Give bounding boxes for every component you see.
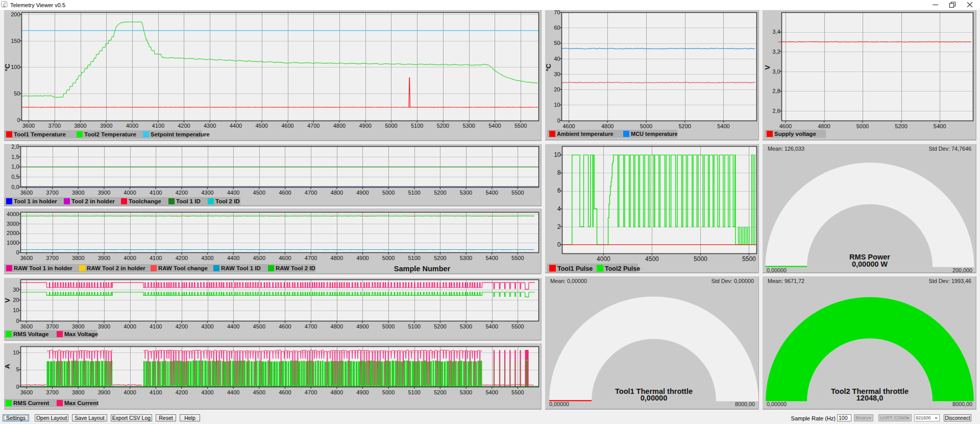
svg-text:4600: 4600 <box>279 389 291 395</box>
svg-text:5300: 5300 <box>460 323 472 329</box>
svg-text:5100: 5100 <box>408 389 420 395</box>
svg-text:4600: 4600 <box>281 123 293 129</box>
svg-text:4400: 4400 <box>227 323 239 329</box>
svg-text:4000: 4000 <box>124 190 136 196</box>
svg-text:4000: 4000 <box>124 255 136 261</box>
svg-text:5500: 5500 <box>514 123 527 129</box>
svg-text:Tool1 Temperature: Tool1 Temperature <box>14 131 66 137</box>
svg-text:60: 60 <box>554 25 560 31</box>
svg-text:RAW Tool 2 ID: RAW Tool 2 ID <box>276 265 315 271</box>
svg-text:Std Dev: 1993,46: Std Dev: 1993,46 <box>929 278 971 284</box>
svg-text:3,4: 3,4 <box>772 29 780 35</box>
svg-text:2000: 2000 <box>7 230 19 236</box>
svg-text:RAW Tool 2 in holder: RAW Tool 2 in holder <box>87 265 145 271</box>
svg-text:4600: 4600 <box>279 255 291 261</box>
svg-text:3600: 3600 <box>22 123 35 129</box>
svg-text:5000: 5000 <box>382 255 395 261</box>
svg-text:5200: 5200 <box>434 255 446 261</box>
svg-text:4700: 4700 <box>305 255 317 261</box>
svg-text:5400: 5400 <box>485 190 498 196</box>
svg-text:4200: 4200 <box>176 323 188 329</box>
svg-text:3700: 3700 <box>46 255 58 261</box>
svg-text:4800: 4800 <box>333 123 346 129</box>
svg-text:3800: 3800 <box>74 123 86 129</box>
svg-text:4100: 4100 <box>150 190 162 196</box>
svg-text:Std Dev: 74,7646: Std Dev: 74,7646 <box>929 146 971 152</box>
svg-text:6: 6 <box>557 187 561 194</box>
svg-text:4600: 4600 <box>562 123 575 129</box>
svg-text:4100: 4100 <box>152 123 164 129</box>
svg-text:3900: 3900 <box>98 323 110 329</box>
svg-text:Tool2 Temperature: Tool2 Temperature <box>84 131 136 137</box>
svg-text:200,000: 200,000 <box>952 267 972 273</box>
svg-text:4000: 4000 <box>597 255 610 263</box>
svg-text:4500: 4500 <box>253 190 265 196</box>
svg-text:4300: 4300 <box>204 123 216 129</box>
svg-text:2,0: 2,0 <box>11 144 19 150</box>
svg-text:5300: 5300 <box>460 389 472 395</box>
svg-text:50: 50 <box>554 40 560 46</box>
svg-text:50: 50 <box>14 90 20 97</box>
svg-text:4900: 4900 <box>356 323 369 329</box>
svg-text:4000: 4000 <box>7 211 19 217</box>
svg-text:°C: °C <box>4 63 11 71</box>
svg-text:0,00000 W: 0,00000 W <box>852 260 888 268</box>
svg-text:4800: 4800 <box>818 123 830 129</box>
svg-text:1,5: 1,5 <box>11 154 19 160</box>
svg-text:0,00000: 0,00000 <box>767 401 787 407</box>
svg-text:5400: 5400 <box>717 123 729 129</box>
svg-text:4500: 4500 <box>253 323 265 329</box>
svg-text:5000: 5000 <box>694 255 707 263</box>
svg-text:4200: 4200 <box>176 255 188 261</box>
svg-text:0,0: 0,0 <box>11 184 19 190</box>
svg-text:5400: 5400 <box>485 323 498 329</box>
svg-text:4800: 4800 <box>331 190 343 196</box>
svg-text:Max Current: Max Current <box>64 400 99 406</box>
svg-text:MCU temperature: MCU temperature <box>631 131 678 137</box>
svg-text:V: V <box>764 65 771 69</box>
svg-text:0,5: 0,5 <box>11 174 19 180</box>
svg-text:Mean: 126,033: Mean: 126,033 <box>768 146 804 152</box>
svg-text:4300: 4300 <box>201 190 213 196</box>
svg-text:5500: 5500 <box>511 255 524 261</box>
svg-text:3600: 3600 <box>20 389 33 395</box>
svg-text:5300: 5300 <box>460 190 472 196</box>
svg-text:3,0: 3,0 <box>772 68 780 75</box>
svg-text:4300: 4300 <box>201 255 213 261</box>
svg-text:4000: 4000 <box>124 323 136 329</box>
svg-text:Setpoint temperature: Setpoint temperature <box>151 131 210 137</box>
svg-text:5: 5 <box>16 366 19 372</box>
svg-text:2,6: 2,6 <box>772 108 780 114</box>
svg-text:Tool2 Pulse: Tool2 Pulse <box>605 265 640 272</box>
svg-text:8: 8 <box>557 169 561 176</box>
svg-text:4500: 4500 <box>253 389 265 395</box>
svg-text:Max Voltage: Max Voltage <box>64 331 98 337</box>
svg-text:5000: 5000 <box>382 190 395 196</box>
svg-text:1000: 1000 <box>7 240 19 246</box>
svg-text:4800: 4800 <box>601 123 614 129</box>
svg-text:5500: 5500 <box>742 255 756 263</box>
svg-text:40: 40 <box>554 56 560 62</box>
svg-text:4600: 4600 <box>779 123 792 129</box>
svg-text:3700: 3700 <box>46 190 58 196</box>
svg-text:4900: 4900 <box>359 123 371 129</box>
svg-text:3000: 3000 <box>7 221 19 227</box>
svg-text:70: 70 <box>554 10 560 15</box>
svg-text:3600: 3600 <box>20 323 33 329</box>
svg-text:4800: 4800 <box>331 389 343 395</box>
svg-text:5400: 5400 <box>934 123 946 129</box>
svg-text:10: 10 <box>13 307 19 313</box>
svg-text:3800: 3800 <box>72 389 84 395</box>
svg-text:5200: 5200 <box>434 190 446 196</box>
svg-text:100: 100 <box>11 64 20 70</box>
svg-text:4400: 4400 <box>227 255 239 261</box>
svg-text:30: 30 <box>554 71 560 77</box>
svg-text:4700: 4700 <box>307 123 320 129</box>
svg-text:4300: 4300 <box>201 389 213 395</box>
svg-text:Tool 2 in holder: Tool 2 in holder <box>71 198 115 204</box>
svg-text:Tool1 Pulse: Tool1 Pulse <box>557 265 593 272</box>
svg-text:5400: 5400 <box>485 255 498 261</box>
svg-text:Tool 1 ID: Tool 1 ID <box>176 198 201 204</box>
svg-text:10: 10 <box>554 151 561 158</box>
svg-text:3600: 3600 <box>20 255 33 261</box>
